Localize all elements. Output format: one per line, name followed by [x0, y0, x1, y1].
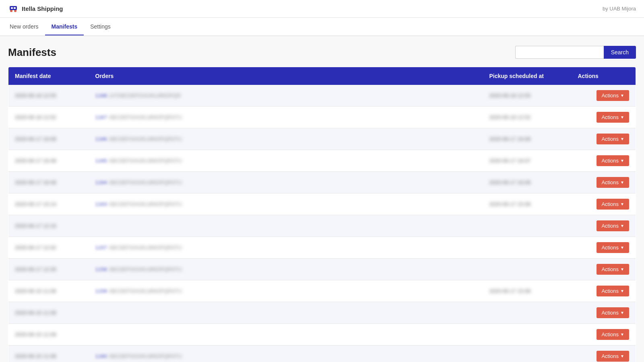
manifest-date: 2020-06-15 11:08: [15, 331, 56, 337]
pickup-date: 2020-06-17 16:07: [489, 158, 531, 164]
actions-button[interactable]: Actions ▼: [597, 199, 629, 210]
manifest-date-cell: 2020-06-17 12:30: [8, 259, 89, 280]
order-count-link[interactable]: 1163: [95, 201, 107, 207]
manifest-orders-cell: [89, 215, 483, 237]
pickup-scheduled-cell: [483, 302, 572, 324]
manifest-date-cell: 2020-06-15 11:08: [8, 302, 89, 324]
manifest-orders-cell: 1165ABCDEFGHIJKLMNOPQRSTU: [89, 150, 483, 172]
pickup-scheduled-cell: 2020-06-17 16:07: [483, 150, 572, 172]
caret-icon: ▼: [620, 202, 624, 206]
actions-cell: Actions ▼: [572, 215, 636, 237]
manifest-date: 2020-06-17 16:08: [15, 136, 56, 142]
actions-cell: Actions ▼: [572, 280, 636, 302]
order-count-link[interactable]: 1166: [95, 136, 107, 142]
caret-icon: ▼: [620, 93, 624, 98]
actions-button[interactable]: Actions ▼: [597, 351, 629, 362]
order-count-link[interactable]: 1167: [95, 114, 107, 120]
table-row: 2020-06-17 15:141163ABCDEFGHIJKLMNOPQRST…: [8, 193, 636, 215]
page-header: Manifests Search: [8, 46, 636, 59]
order-count-link[interactable]: 1164: [95, 179, 107, 185]
col-header-date: Manifest date: [8, 67, 89, 85]
pickup-date: 2020-06-17 15:08: [489, 201, 531, 207]
caret-icon: ▼: [620, 311, 624, 315]
page-title: Manifests: [8, 46, 56, 59]
manifests-table: Manifest date Orders Pickup scheduled at…: [8, 67, 636, 362]
actions-cell: Actions ▼: [572, 346, 636, 362]
manifest-orders-cell: [89, 302, 483, 324]
manifest-orders-cell: 1158ABCDEFGHIJKLMNOPQRSTU: [89, 259, 483, 280]
nav-new-orders[interactable]: New orders: [8, 19, 45, 35]
actions-button[interactable]: Actions ▼: [597, 264, 629, 275]
nav-settings[interactable]: Settings: [84, 19, 117, 35]
caret-icon: ▼: [620, 289, 624, 293]
search-button[interactable]: Search: [604, 46, 636, 59]
manifest-orders-cell: [89, 324, 483, 346]
manifest-orders-cell: 1159ABCDEFGHIJKLMNOPQRSTU: [89, 280, 483, 302]
actions-button[interactable]: Actions ▼: [597, 242, 629, 253]
actions-button[interactable]: Actions ▼: [597, 155, 629, 166]
caret-icon: ▼: [620, 267, 624, 272]
table-row: 2020-06-17 12:301158ABCDEFGHIJKLMNOPQRST…: [8, 259, 636, 280]
nav-manifests[interactable]: Manifests: [45, 19, 84, 35]
manifest-date: 2020-06-17 12:30: [15, 266, 56, 272]
pickup-scheduled-cell: 2020-06-17 15:08: [483, 280, 572, 302]
main-content: Manifests Search Manifest date Orders Pi…: [0, 36, 644, 362]
actions-button[interactable]: Actions ▼: [597, 329, 629, 340]
actions-cell: Actions ▼: [572, 302, 636, 324]
order-count-link[interactable]: 1165: [95, 158, 107, 164]
brand: Itella Shipping: [8, 4, 63, 14]
search-input[interactable]: [515, 46, 604, 59]
search-area: Search: [515, 46, 636, 59]
manifest-date-cell: 2020-06-15 11:06: [8, 280, 89, 302]
caret-icon: ▼: [620, 180, 624, 185]
actions-button[interactable]: Actions ▼: [597, 307, 629, 318]
manifest-date: 2020-06-17 16:48: [15, 158, 56, 164]
svg-rect-4: [14, 7, 16, 9]
manifest-date: 2020-06-18 12:55: [15, 93, 56, 99]
byline: by UAB Mijora: [603, 6, 636, 12]
actions-button[interactable]: Actions ▼: [597, 177, 629, 188]
manifest-orders-cell: 1163ABCDEFGHIJKLMNOPQRSTU: [89, 193, 483, 215]
manifest-date: 2020-06-17 12:16: [15, 223, 56, 229]
actions-button[interactable]: Actions ▼: [597, 220, 629, 231]
manifest-date-cell: 2020-06-17 16:08: [8, 128, 89, 150]
table-row: 2020-06-17 12:16Actions ▼: [8, 215, 636, 237]
order-count-link[interactable]: 1157: [95, 245, 107, 251]
nav-bar: New orders Manifests Settings: [0, 18, 644, 36]
manifest-date-cell: 2020-06-15 11:08: [8, 346, 89, 362]
manifest-orders-cell: 1157ABCDEFGHIJKLMNOPQRSTU: [89, 237, 483, 259]
table-header: Manifest date Orders Pickup scheduled at…: [8, 67, 636, 85]
svg-rect-2: [10, 6, 17, 10]
actions-button[interactable]: Actions ▼: [597, 112, 629, 123]
pickup-scheduled-cell: [483, 215, 572, 237]
manifest-date: 2020-06-15 11:08: [15, 310, 56, 316]
top-bar: Itella Shipping by UAB Mijora: [0, 0, 644, 18]
brand-name: Itella Shipping: [22, 5, 63, 12]
actions-cell: Actions ▼: [572, 85, 636, 107]
caret-icon: ▼: [620, 332, 624, 337]
actions-button[interactable]: Actions ▼: [597, 90, 629, 101]
order-description: ABCDEFGHIJKLMNOPQRSTU: [108, 158, 182, 164]
manifest-date: 2020-06-15 11:08: [15, 353, 56, 359]
pickup-date: 2020-06-17 15:08: [489, 288, 531, 294]
manifest-date-cell: 2020-06-17 16:48: [8, 172, 89, 193]
pickup-date: 2020-06-18 12:55: [489, 93, 531, 99]
manifest-date-cell: 2020-06-17 15:14: [8, 193, 89, 215]
pickup-scheduled-cell: 2020-06-17 16:08: [483, 172, 572, 193]
col-header-actions: Actions: [572, 67, 636, 85]
order-count-link[interactable]: 1168: [95, 93, 107, 99]
actions-cell: Actions ▼: [572, 324, 636, 346]
actions-button[interactable]: Actions ▼: [597, 286, 629, 296]
order-count-link[interactable]: 1160: [95, 353, 107, 359]
order-count-link[interactable]: 1159: [95, 288, 107, 294]
col-header-pickup: Pickup scheduled at: [483, 67, 572, 85]
table-row: 2020-06-15 11:061159ABCDEFGHIJKLMNOPQRST…: [8, 280, 636, 302]
caret-icon: ▼: [620, 354, 624, 358]
pickup-date: 2020-06-17 16:08: [489, 136, 531, 142]
caret-icon: ▼: [620, 158, 624, 163]
table-row: 2020-06-15 11:08Actions ▼: [8, 324, 636, 346]
col-header-orders: Orders: [89, 67, 483, 85]
order-description: ABCDEFGHIJKLMNOPQRSTU: [108, 201, 182, 207]
actions-button[interactable]: Actions ▼: [597, 134, 629, 144]
order-count-link[interactable]: 1158: [95, 266, 107, 272]
